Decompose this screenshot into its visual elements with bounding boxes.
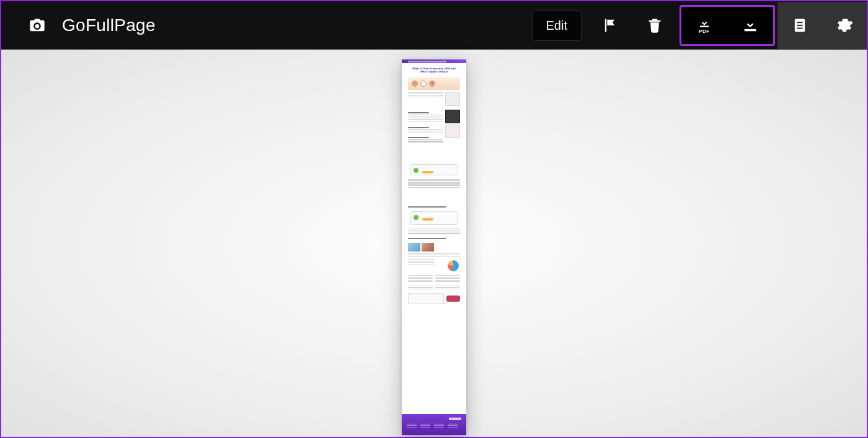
camera-icon[interactable] <box>29 17 46 34</box>
svg-rect-4 <box>797 22 802 23</box>
settings-icon <box>836 17 853 34</box>
svg-rect-5 <box>797 25 802 26</box>
flag-icon <box>601 17 619 34</box>
settings-button[interactable] <box>822 2 867 49</box>
download-pdf-button[interactable]: PDF <box>681 7 727 44</box>
preview-hero: L1 L5 <box>408 77 460 90</box>
history-button[interactable] <box>777 2 822 49</box>
delete-button[interactable] <box>632 2 677 49</box>
app-title: GoFullPage <box>62 15 156 35</box>
svg-rect-0 <box>700 26 709 27</box>
preview-article-title: What Is Dual-Frequency GPS and Why Is Ap… <box>402 63 466 75</box>
svg-text:PDF: PDF <box>699 28 710 34</box>
toolbar-right: Edit PDF <box>532 1 867 50</box>
screenshot-preview[interactable]: What Is Dual-Frequency GPS and Why Is Ap… <box>402 59 466 435</box>
files-icon <box>791 17 808 34</box>
download-group-highlight: PDF <box>680 5 775 46</box>
download-image-icon <box>742 17 759 34</box>
download-pdf-icon: PDF <box>696 17 713 34</box>
edit-button[interactable]: Edit <box>532 11 582 41</box>
trash-icon <box>646 17 663 34</box>
svg-rect-2 <box>745 29 756 32</box>
svg-rect-6 <box>797 28 802 29</box>
app-frame: GoFullPage Edit PDF <box>0 0 868 438</box>
toolbar-left: GoFullPage <box>1 15 156 35</box>
toolbar: GoFullPage Edit PDF <box>1 1 867 50</box>
download-image-button[interactable] <box>727 7 773 44</box>
workspace[interactable]: What Is Dual-Frequency GPS and Why Is Ap… <box>1 50 867 437</box>
flag-button[interactable] <box>588 2 632 49</box>
